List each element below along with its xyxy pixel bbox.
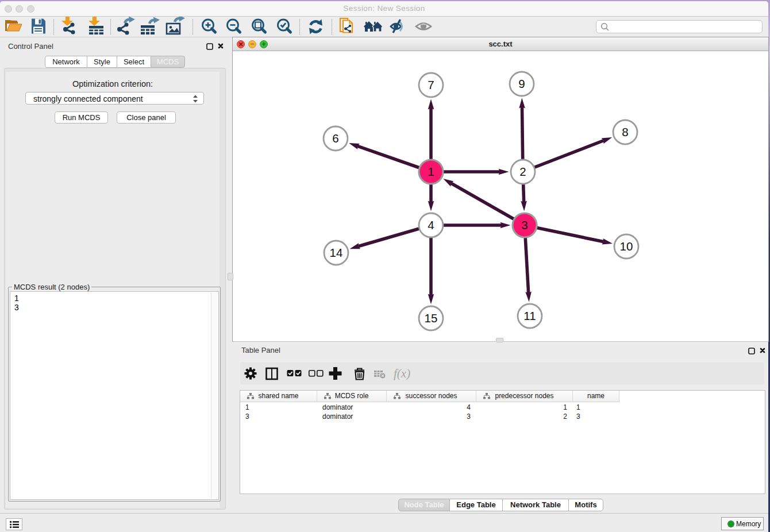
svg-text:6: 6 (332, 132, 338, 145)
svg-text:10: 10 (620, 240, 633, 253)
svg-text:11: 11 (523, 309, 536, 322)
svg-text:2: 2 (519, 165, 526, 178)
svg-text:f(x): f(x) (394, 367, 410, 380)
svg-text:14: 14 (330, 246, 343, 259)
svg-text:7: 7 (428, 78, 434, 91)
svg-text:8: 8 (622, 125, 628, 138)
svg-text:4: 4 (428, 218, 434, 232)
svg-text:1: 1 (428, 165, 434, 178)
svg-text:9: 9 (518, 77, 525, 90)
svg-text:15: 15 (425, 311, 438, 325)
svg-text:3: 3 (521, 218, 528, 232)
